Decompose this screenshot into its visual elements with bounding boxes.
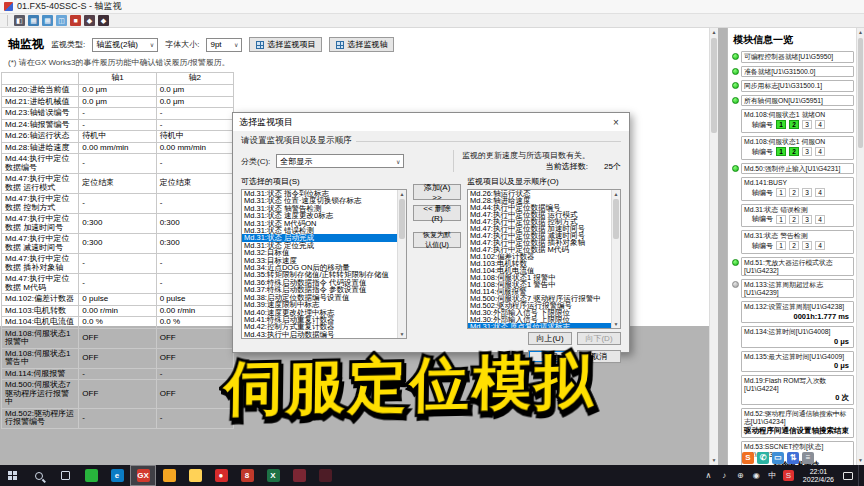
- list-item[interactable]: Md.39:速度限制中标志: [242, 301, 406, 308]
- list-item[interactable]: Md.31:状态 速度更改0标志: [242, 212, 406, 219]
- list-item[interactable]: Md.500:伺服状态7 驱动程序运行报警中: [468, 295, 620, 302]
- show-desktop-button[interactable]: [858, 465, 861, 486]
- taskbar-app-button[interactable]: X: [260, 465, 286, 486]
- toolbar-icon[interactable]: ◧: [14, 15, 25, 26]
- tray-icon[interactable]: 中: [767, 470, 778, 481]
- float-tool-icon[interactable]: ≡: [802, 452, 814, 464]
- list-item[interactable]: Md.31:状态 轴警告检测: [242, 205, 406, 212]
- tray-icon[interactable]: ∧: [703, 470, 714, 481]
- list-item[interactable]: Md.38:启动定位数据编号设置值: [242, 294, 406, 301]
- dialog-titlebar[interactable]: 选择监视项目 ×: [233, 113, 629, 131]
- toolbar-icon[interactable]: ◆: [98, 15, 109, 26]
- list-item[interactable]: Md.30:外部输入信号 上限限位: [468, 316, 620, 323]
- category-select[interactable]: 全部显示 ∨: [276, 154, 404, 168]
- float-tool-icon[interactable]: S: [742, 452, 754, 464]
- float-tool-icon[interactable]: ▭: [772, 452, 784, 464]
- list-item[interactable]: Md.31:状态 错误检测: [242, 227, 406, 234]
- scroll-down-icon[interactable]: ▼: [398, 330, 406, 338]
- list-item[interactable]: Md.28:轴进给速度: [468, 197, 620, 204]
- monitor-items-list[interactable]: Md.26:轴运行状态Md.28:轴进给速度Md.44:执行中定位数据编号Md.…: [467, 189, 621, 329]
- toolbar-icon[interactable]: ◫: [56, 15, 67, 26]
- list-item[interactable]: Md.32:目标值: [242, 249, 406, 256]
- toolbar-icon[interactable]: ◆: [84, 15, 95, 26]
- list-item[interactable]: Md.43:执行中启动数据编号: [242, 331, 406, 338]
- list-item[interactable]: Md.31:状态 定位完成: [242, 242, 406, 249]
- list-item[interactable]: Md.47:执行中定位数据 减速时间号: [468, 232, 620, 239]
- scrollbar-thumb[interactable]: [711, 38, 717, 133]
- taskbar-search-button[interactable]: [26, 465, 52, 486]
- scrollbar-thumb[interactable]: [858, 38, 863, 148]
- list-item[interactable]: Md.31:状态 原点复位请求标志: [468, 323, 620, 329]
- list-item[interactable]: Md.35:转矩限制存储值/正转转矩限制存储值: [242, 271, 406, 278]
- scroll-down-icon[interactable]: ▼: [612, 320, 620, 328]
- scroll-up-icon[interactable]: ▲: [710, 28, 718, 37]
- selectable-items-list[interactable]: Md.31:状态 指令到位标志Md.31:状态 位置·速度切换锁存标志Md.31…: [241, 189, 407, 339]
- float-tool-icon[interactable]: ⇅: [787, 452, 799, 464]
- scrollbar-thumb[interactable]: [613, 199, 619, 239]
- scrollbar-thumb[interactable]: [399, 199, 405, 239]
- tray-icon[interactable]: ◉: [751, 470, 762, 481]
- taskbar-app-button[interactable]: e: [104, 465, 130, 486]
- taskbar-app-button[interactable]: [78, 465, 104, 486]
- list-item[interactable]: Md.102:偏差计数器: [468, 253, 620, 260]
- list-item[interactable]: Md.47:执行中定位数据 运行模式: [468, 211, 620, 218]
- list-item[interactable]: Md.31:状态 M代码ON: [242, 220, 406, 227]
- toolbar-icon[interactable]: ▦: [42, 15, 53, 26]
- list-item[interactable]: Md.33:目标速度: [242, 257, 406, 264]
- taskbar-app-button[interactable]: [182, 465, 208, 486]
- list-item[interactable]: Md.47:执行中定位数据 控制方式: [468, 218, 620, 225]
- toolbar-icon[interactable]: ■: [70, 15, 81, 26]
- toolbar-icon[interactable]: ▦: [28, 15, 39, 26]
- tray-icon[interactable]: ⊕: [735, 470, 746, 481]
- list-item[interactable]: Md.114:伺服报警: [468, 288, 620, 295]
- font-size-select[interactable]: 9pt ∨: [206, 38, 242, 52]
- list-item[interactable]: Md.502:驱动程序运行报警编号: [468, 302, 620, 309]
- scroll-up-icon[interactable]: ▲: [857, 28, 864, 37]
- list-item[interactable]: Md.26:轴运行状态: [468, 190, 620, 197]
- taskbar-app-button[interactable]: 8: [234, 465, 260, 486]
- list-item[interactable]: Md.36:特殊启动数据指令 代码设置值: [242, 279, 406, 286]
- list-scrollbar[interactable]: ▲ ▼: [611, 190, 620, 328]
- module-panel-scrollbar[interactable]: ▲ ▼: [856, 28, 864, 465]
- list-item[interactable]: Md.30:外部输入信号 下限限位: [468, 309, 620, 316]
- task-view-button[interactable]: [52, 465, 78, 486]
- list-item[interactable]: Md.37:特殊启动数据指令 参数设置值: [242, 286, 406, 293]
- list-item[interactable]: Md.47:执行中定位数据 M代码: [468, 246, 620, 253]
- scroll-up-icon[interactable]: ▲: [398, 190, 406, 198]
- list-item[interactable]: Md.104:电机电流值: [468, 267, 620, 274]
- taskbar-app-button[interactable]: [312, 465, 338, 486]
- taskbar-clock[interactable]: 22:01 2022/4/26: [799, 468, 838, 484]
- select-monitor-axis-button[interactable]: 选择监视轴: [329, 37, 394, 52]
- taskbar-app-button[interactable]: [156, 465, 182, 486]
- taskbar-app-button[interactable]: ●: [208, 465, 234, 486]
- tray-icon[interactable]: S: [783, 470, 794, 481]
- taskbar-app-button[interactable]: [286, 465, 312, 486]
- start-button[interactable]: [0, 465, 26, 486]
- list-item[interactable]: Md.31:状态 指令到位标志: [242, 190, 406, 197]
- scroll-up-icon[interactable]: ▲: [612, 190, 620, 198]
- list-item[interactable]: Md.108:伺服状态1 警告中: [468, 281, 620, 288]
- remove-button[interactable]: << 删除(R): [413, 205, 461, 221]
- scroll-down-icon[interactable]: ▼: [710, 456, 718, 465]
- list-item[interactable]: Md.41:特殊启动重复计数器: [242, 316, 406, 323]
- list-item[interactable]: Md.103:电机转数: [468, 260, 620, 267]
- list-item[interactable]: Md.31:状态 启动完成: [242, 234, 406, 241]
- add-button[interactable]: 添加(A) >>: [413, 184, 461, 200]
- list-scrollbar[interactable]: ▲ ▼: [397, 190, 406, 338]
- list-item[interactable]: Md.31:状态 位置·速度切换锁存标志: [242, 197, 406, 204]
- close-icon[interactable]: ×: [609, 117, 623, 128]
- restore-default-button[interactable]: 恢复为默认值(U): [413, 232, 461, 248]
- list-item[interactable]: Md.108:伺服状态1 报警中: [468, 274, 620, 281]
- list-item[interactable]: Md.40:速度更改处理中标志: [242, 309, 406, 316]
- float-tool-icon[interactable]: ✆: [757, 452, 769, 464]
- select-monitor-items-button[interactable]: 选择监视项目: [249, 37, 322, 52]
- action-center-icon[interactable]: [843, 472, 853, 480]
- window-titlebar[interactable]: 01.FX5-40SSC-S - 轴监视: [0, 0, 864, 14]
- list-item[interactable]: Md.47:执行中定位数据 插补对象轴: [468, 239, 620, 246]
- taskbar-app-button[interactable]: GX: [130, 465, 156, 486]
- list-item[interactable]: Md.47:执行中定位数据 加速时间号: [468, 225, 620, 232]
- tray-icon[interactable]: ♪: [719, 470, 730, 481]
- list-item[interactable]: Md.34:近点DOG ON后的移动量: [242, 264, 406, 271]
- monitor-type-select[interactable]: 轴监视(2轴) ∨: [92, 38, 158, 52]
- list-item[interactable]: Md.42:控制方式重复计数器: [242, 323, 406, 330]
